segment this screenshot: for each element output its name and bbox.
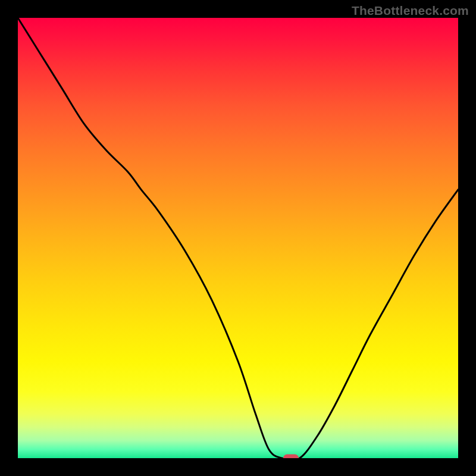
minimum-marker (283, 455, 299, 459)
chart-container: TheBottleneck.com (0, 0, 476, 476)
bottleneck-curve-path (18, 18, 458, 458)
curve-svg (18, 18, 458, 458)
plot-area (18, 18, 458, 458)
watermark-text: TheBottleneck.com (352, 4, 469, 18)
